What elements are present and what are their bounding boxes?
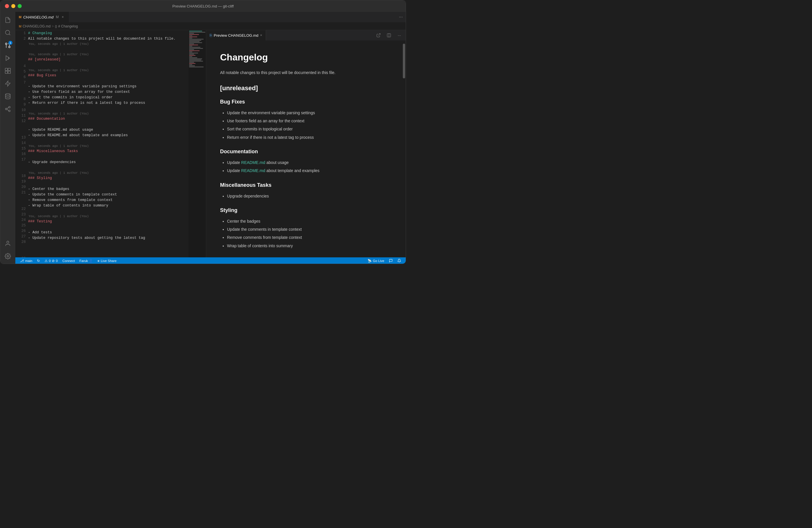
code-line-12: [28, 106, 189, 111]
code-line-29: ### Testing: [28, 219, 189, 224]
preview-tab-close-btn[interactable]: ×: [260, 33, 262, 37]
code-line-24: - Center the badges: [28, 187, 189, 192]
go-live-label: Go Live: [373, 259, 384, 263]
editor-tab-close[interactable]: ×: [60, 15, 65, 19]
svg-point-3: [5, 43, 7, 45]
preview-subtitle: All notable changes to this project will…: [220, 69, 388, 76]
preview-open-external-btn[interactable]: [375, 31, 382, 39]
preview-scrollbar-thumb: [403, 44, 405, 78]
breadcrumb-filename: CHANGELOG.md: [23, 24, 50, 28]
list-item: Update README.md about template and exam…: [227, 167, 388, 174]
preview-content-wrapper: Changelog All notable changes to this pr…: [206, 41, 406, 258]
activity-settings[interactable]: [2, 250, 14, 262]
tab-more-button[interactable]: ···: [396, 12, 406, 22]
status-branch[interactable]: ⎇ main: [18, 258, 35, 264]
user-label: Faruk 👤: [79, 259, 93, 263]
code-lines: # Changelog All notable changes to this …: [28, 30, 189, 258]
code-line-26: - Remove comments from template context: [28, 197, 189, 203]
svg-point-15: [9, 110, 11, 112]
breadcrumb: M CHANGELOG.md > {} # Changelog: [15, 23, 406, 30]
activity-account[interactable]: [2, 238, 14, 249]
tab-filename: CHANGELOG.md: [23, 15, 54, 19]
activity-share[interactable]: [2, 103, 14, 115]
blame-info-2: You, seconds ago | 1 author (You): [28, 52, 189, 57]
window-title: Preview CHANGELOG.md — git-cliff: [172, 4, 234, 9]
preview-tab-icon: ⎘: [209, 33, 212, 38]
blame-info-7: You, seconds ago | 1 author (You): [28, 214, 189, 219]
code-line-1: # Changelog: [28, 31, 189, 36]
code-line-17: [28, 138, 189, 144]
preview-more-btn[interactable]: ···: [395, 31, 403, 39]
preview-scrollbar[interactable]: [402, 41, 406, 258]
code-line-30: [28, 224, 189, 230]
preview-bug-fixes-heading: Bug Fixes: [220, 98, 388, 106]
minimap: [189, 30, 206, 258]
preview-documentation-heading: Documentation: [220, 147, 388, 156]
connect-label: Connect: [62, 259, 75, 263]
line-numbers: 1 2 4 5 6 7 8 9 10: [15, 30, 28, 258]
tab-file-icon: M: [19, 15, 21, 19]
code-editor[interactable]: 1 2 4 5 6 7 8 9 10: [15, 30, 206, 258]
svg-point-14: [5, 108, 7, 110]
signal-icon: 📡: [367, 259, 372, 263]
maximize-button[interactable]: [18, 4, 22, 8]
code-line-7: [28, 78, 189, 84]
status-go-live[interactable]: 📡 Go Live: [365, 258, 387, 264]
branch-icon: ⎇: [20, 259, 24, 263]
status-connect[interactable]: Connect: [60, 258, 77, 264]
blame-info-1: You, seconds ago | 1 author (You): [28, 42, 189, 46]
activity-extensions[interactable]: [2, 65, 14, 77]
code-line-5: [28, 62, 189, 68]
blame-info-6: You, seconds ago | 1 author (You): [28, 171, 189, 176]
svg-point-0: [5, 30, 10, 35]
svg-rect-10: [8, 71, 11, 73]
code-line-10: - Sort the commits in topological order: [28, 95, 189, 100]
status-warnings[interactable]: ⚠ 0 ⊘ 0: [42, 258, 60, 264]
code-line-11: - Return error if there is not a latest …: [28, 100, 189, 106]
code-line-21: [28, 165, 189, 171]
svg-point-12: [5, 94, 11, 96]
list-item: Wrap table of contents into summary: [227, 243, 388, 249]
close-button[interactable]: [5, 4, 9, 8]
readme-link-2[interactable]: README.md: [241, 168, 265, 173]
list-item: Update the comments in template context: [227, 226, 388, 233]
minimize-button[interactable]: [11, 4, 15, 8]
code-line-28: [28, 208, 189, 214]
preview-bug-fixes-list: Update the environment variable parsing …: [220, 109, 388, 141]
preview-main-title: Changelog: [220, 50, 388, 65]
preview-documentation-list: Update README.md about usage Update READ…: [220, 159, 388, 174]
editor-area: M CHANGELOG.md M × ··· M CHANGELOG.md > …: [15, 12, 406, 264]
code-line-8: - Update the environment variable parsin…: [28, 84, 189, 89]
svg-rect-9: [5, 71, 8, 73]
activity-search[interactable]: [2, 27, 14, 39]
feedback-icon: [389, 259, 393, 263]
status-user[interactable]: Faruk 👤: [77, 258, 96, 264]
preview-content[interactable]: Changelog All notable changes to this pr…: [206, 41, 402, 258]
tab-bar: M CHANGELOG.md M × ···: [15, 12, 406, 23]
preview-split-btn[interactable]: [385, 31, 393, 39]
status-sync[interactable]: ↻: [35, 258, 42, 264]
svg-rect-7: [5, 68, 8, 71]
list-item: Return error if there is not a latest ta…: [227, 134, 388, 141]
activity-source-control[interactable]: 1: [2, 40, 14, 51]
code-content: 1 2 4 5 6 7 8 9 10: [15, 30, 206, 258]
preview-styling-heading: Styling: [220, 206, 388, 215]
activity-database[interactable]: [2, 90, 14, 102]
status-live-share[interactable]: ⎈ Live Share: [95, 258, 119, 264]
code-line-16: - Update README.md about template and ex…: [28, 133, 189, 138]
status-feedback[interactable]: [387, 258, 395, 264]
status-bell[interactable]: [395, 258, 403, 264]
activity-run[interactable]: [2, 52, 14, 64]
editor-tab-changelog[interactable]: M CHANGELOG.md M ×: [15, 12, 69, 22]
activity-explorer[interactable]: [2, 14, 14, 26]
tab-modified-marker: M: [56, 15, 59, 19]
status-bar: ⎇ main ↻ ⚠ 0 ⊘ 0 Connect Faruk 👤 ⎈ Live …: [15, 258, 406, 264]
branch-name: main: [25, 259, 32, 263]
bell-icon: [397, 259, 401, 263]
activity-lightning[interactable]: [2, 78, 14, 89]
code-line-20: - Upgrade dependencies: [28, 160, 189, 165]
main-container: 1: [0, 12, 406, 264]
preview-tab[interactable]: ⎘ Preview CHANGELOG.md ×: [206, 30, 266, 41]
code-line-15: - Update README.md about usage: [28, 127, 189, 133]
readme-link-1[interactable]: README.md: [241, 160, 265, 165]
